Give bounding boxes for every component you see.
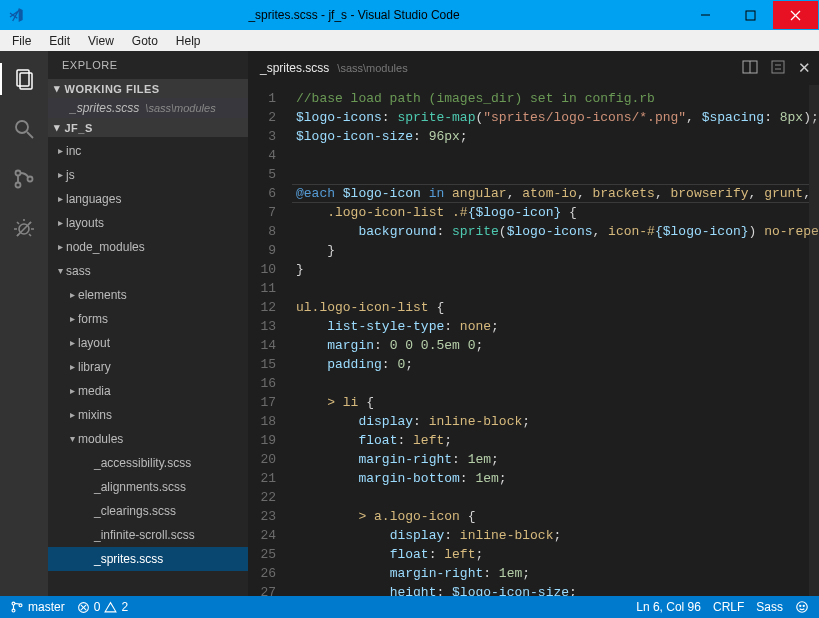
tree-folder[interactable]: ▸elements — [48, 283, 248, 307]
editor: _sprites.scss \sass\modules ✕ 1234567891… — [248, 51, 819, 596]
tree-folder[interactable]: ▸forms — [48, 307, 248, 331]
code-line[interactable]: display: inline-block; — [296, 412, 819, 431]
tree-file[interactable]: _clearings.scss — [48, 499, 248, 523]
code-line[interactable]: } — [296, 241, 819, 260]
line-number: 27 — [248, 583, 276, 596]
working-files-header[interactable]: ▾ WORKING FILES — [48, 79, 248, 98]
code-line[interactable]: > a.logo-icon { — [296, 507, 819, 526]
tree-file[interactable]: _alignments.scss — [48, 475, 248, 499]
tree-item-label: _infinite-scroll.scss — [94, 525, 195, 545]
tree-folder[interactable]: ▸media — [48, 379, 248, 403]
code-line[interactable]: float: left; — [296, 431, 819, 450]
svg-point-9 — [16, 183, 21, 188]
tree-folder[interactable]: ▸layouts — [48, 211, 248, 235]
status-language[interactable]: Sass — [756, 600, 783, 614]
tree-folder[interactable]: ▸js — [48, 163, 248, 187]
line-number: 4 — [248, 146, 276, 165]
line-number: 9 — [248, 241, 276, 260]
activity-debug-button[interactable] — [0, 209, 48, 249]
line-number: 11 — [248, 279, 276, 298]
activity-explorer-button[interactable] — [0, 59, 48, 99]
code-line[interactable]: //base load path (images_dir) set in con… — [296, 89, 819, 108]
code-line[interactable]: ul.logo-icon-list { — [296, 298, 819, 317]
menu-goto[interactable]: Goto — [124, 32, 166, 50]
code-line[interactable]: margin-right: 1em; — [296, 564, 819, 583]
svg-point-6 — [16, 121, 28, 133]
code-line[interactable]: $logo-icons: sprite-map("sprites/logo-ic… — [296, 108, 819, 127]
code-line[interactable]: .logo-icon-list .#{$logo-icon} { — [296, 203, 819, 222]
code-line[interactable]: $logo-icon-size: 96px; — [296, 127, 819, 146]
chevron-down-icon: ▾ — [66, 429, 78, 449]
close-editor-icon[interactable]: ✕ — [798, 59, 811, 77]
tree-file[interactable]: _infinite-scroll.scss — [48, 523, 248, 547]
code-line[interactable]: background: sprite($logo-icons, icon-#{$… — [296, 222, 819, 241]
menu-view[interactable]: View — [80, 32, 122, 50]
vertical-scrollbar[interactable] — [809, 85, 819, 596]
code-line[interactable]: margin: 0 0 0.5em 0; — [296, 336, 819, 355]
svg-point-10 — [28, 177, 33, 182]
line-number: 14 — [248, 336, 276, 355]
tree-folder[interactable]: ▸layout — [48, 331, 248, 355]
menu-file[interactable]: File — [4, 32, 39, 50]
line-number: 17 — [248, 393, 276, 412]
svg-point-26 — [803, 605, 804, 606]
status-problems[interactable]: 0 2 — [77, 600, 128, 614]
menu-bar: File Edit View Goto Help — [0, 30, 819, 51]
tree-folder[interactable]: ▸languages — [48, 187, 248, 211]
tree-folder[interactable]: ▾modules — [48, 427, 248, 451]
svg-point-19 — [12, 609, 15, 612]
code-line[interactable]: list-style-type: none; — [296, 317, 819, 336]
code-line[interactable]: margin-bottom: 1em; — [296, 469, 819, 488]
tree-folder[interactable]: ▸inc — [48, 139, 248, 163]
tree-item-label: node_modules — [66, 237, 145, 257]
chevron-down-icon: ▾ — [54, 82, 61, 95]
line-number: 6 — [248, 184, 276, 203]
tree-folder[interactable]: ▸mixins — [48, 403, 248, 427]
split-editor-icon[interactable] — [742, 59, 758, 78]
menu-help[interactable]: Help — [168, 32, 209, 50]
line-number: 25 — [248, 545, 276, 564]
window-title: _sprites.scss - jf_s - Visual Studio Cod… — [25, 8, 683, 22]
code-area[interactable]: 1234567891011121314151617181920212223242… — [248, 85, 819, 596]
tree-file[interactable]: _sprites.scss — [48, 547, 248, 571]
code-line[interactable]: margin-right: 1em; — [296, 450, 819, 469]
chevron-right-icon: ▸ — [66, 285, 78, 305]
working-files-label: WORKING FILES — [65, 83, 160, 95]
activity-git-button[interactable] — [0, 159, 48, 199]
code-line[interactable] — [296, 279, 819, 298]
code-content[interactable]: //base load path (images_dir) set in con… — [292, 85, 819, 596]
chevron-right-icon: ▸ — [66, 333, 78, 353]
tree-folder[interactable]: ▸node_modules — [48, 235, 248, 259]
more-actions-icon[interactable] — [770, 59, 786, 78]
activity-search-button[interactable] — [0, 109, 48, 149]
editor-tabbar: _sprites.scss \sass\modules ✕ — [248, 51, 819, 85]
code-line[interactable]: height: $logo-icon-size; — [296, 583, 819, 596]
code-line[interactable]: float: left; — [296, 545, 819, 564]
code-line[interactable]: padding: 0; — [296, 355, 819, 374]
menu-edit[interactable]: Edit — [41, 32, 78, 50]
tree-folder[interactable]: ▾sass — [48, 259, 248, 283]
code-line[interactable]: } — [296, 260, 819, 279]
status-feedback-icon[interactable] — [795, 600, 809, 614]
project-header[interactable]: ▾ JF_S — [48, 118, 248, 137]
tree-file[interactable]: _accessibility.scss — [48, 451, 248, 475]
svg-point-25 — [800, 605, 801, 606]
status-git-branch[interactable]: master — [10, 600, 65, 614]
code-line[interactable]: > li { — [296, 393, 819, 412]
code-line[interactable]: @each $logo-icon in angular, atom-io, br… — [296, 184, 819, 203]
code-line[interactable] — [296, 165, 819, 184]
window-minimize-button[interactable] — [683, 1, 728, 29]
editor-tab-filename: _sprites.scss — [260, 61, 329, 75]
code-line[interactable] — [296, 374, 819, 393]
status-cursor-position[interactable]: Ln 6, Col 96 — [636, 600, 701, 614]
working-file-item[interactable]: _sprites.scss \sass\modules — [48, 98, 248, 118]
code-line[interactable] — [296, 146, 819, 165]
editor-tab[interactable]: _sprites.scss \sass\modules — [260, 61, 408, 75]
window-close-button[interactable] — [773, 1, 818, 29]
code-line[interactable]: display: inline-block; — [296, 526, 819, 545]
tree-folder[interactable]: ▸library — [48, 355, 248, 379]
window-maximize-button[interactable] — [728, 1, 773, 29]
tree-item-label: layout — [78, 333, 110, 353]
status-eol[interactable]: CRLF — [713, 600, 744, 614]
code-line[interactable] — [296, 488, 819, 507]
